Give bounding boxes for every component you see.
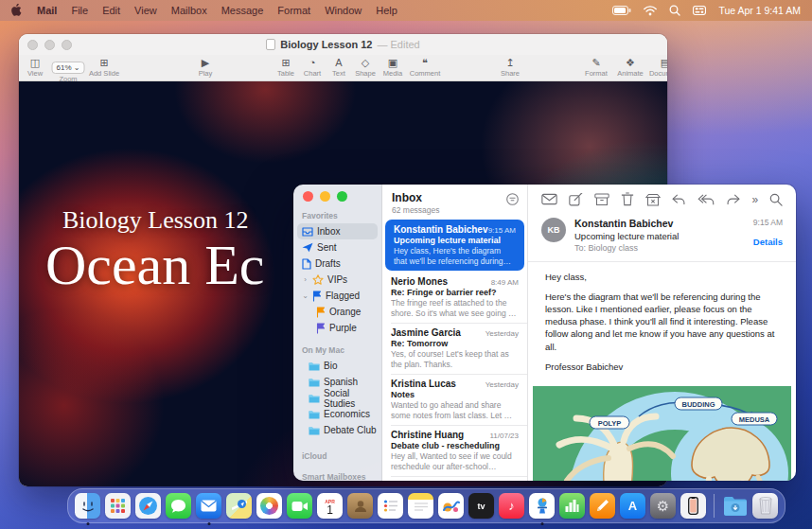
get-mail-button[interactable]	[541, 193, 557, 205]
chevron-down-icon[interactable]: ⌄	[302, 291, 309, 300]
battery-icon[interactable]	[612, 6, 631, 15]
body-signature: Professor Babichev	[545, 361, 779, 373]
smart-mailboxes-label[interactable]: Smart Mailboxes	[302, 472, 381, 481]
apple-icon[interactable]	[11, 4, 23, 17]
document-button[interactable]: ▤ Document	[649, 57, 667, 78]
text-button[interactable]: A Text	[332, 57, 345, 78]
sidebar-item-drafts[interactable]: Drafts	[293, 256, 381, 272]
chart-button[interactable]: ◔ Chart	[304, 57, 321, 78]
attachment-diagram[interactable]: POLYP BUDDING MEDUSA	[533, 386, 791, 481]
slide-subtitle: Biology Lesson 12	[62, 206, 248, 235]
close-button[interactable]	[303, 191, 313, 202]
media-button[interactable]: ▣ Media	[383, 57, 402, 78]
wifi-icon[interactable]	[644, 6, 657, 16]
icloud-label[interactable]: iCloud	[302, 451, 381, 461]
zoom-button[interactable]	[62, 40, 72, 50]
dock-icon-pages[interactable]	[590, 493, 615, 519]
table-button[interactable]: ⊞ Table	[277, 57, 294, 78]
menu-item-file[interactable]: File	[71, 5, 88, 16]
trash-button[interactable]	[621, 192, 634, 206]
dock-icon-system-settings[interactable]: ⚙	[650, 493, 676, 519]
menu-item-message[interactable]: Message	[221, 5, 264, 16]
message-row[interactable]: Nerio Mones8:49 AM Re: Fringe or barrier…	[382, 272, 527, 323]
dock-icon-safari[interactable]	[135, 493, 161, 519]
minimize-button[interactable]	[320, 191, 330, 202]
junk-button[interactable]	[645, 193, 661, 206]
view-button[interactable]: ◫ View	[27, 57, 43, 78]
orange-flag-icon	[316, 307, 326, 318]
dock-icon-numbers[interactable]	[559, 493, 585, 519]
search-button[interactable]	[769, 193, 783, 206]
add-slide-button[interactable]: ⊞ Add Slide	[89, 57, 119, 78]
details-link[interactable]: Details	[753, 237, 783, 247]
message-row[interactable]: Darla Davidson11/05/23 Tomorrow's class …	[382, 476, 527, 481]
menu-clock[interactable]: Tue Apr 1 9:41 AM	[718, 5, 801, 16]
archive-button[interactable]	[594, 193, 609, 206]
chevron-down-icon: ⌄	[74, 63, 80, 72]
sidebar-item-inbox[interactable]: Inbox	[297, 223, 378, 239]
animate-button[interactable]: ❖ Animate	[617, 57, 644, 78]
dock-icon-mail[interactable]	[196, 493, 221, 519]
sidebar-folder-bio[interactable]: Bio	[293, 358, 381, 374]
dock-icon-notes[interactable]	[408, 493, 433, 519]
menu-item-mailbox[interactable]: Mailbox	[171, 5, 207, 16]
message-row[interactable]: Konstantin Babichev9:15 AM Upcoming lect…	[385, 220, 524, 271]
control-center-icon[interactable]	[693, 6, 706, 15]
dock-icon-calendar[interactable]: APR 1	[317, 493, 343, 519]
shape-button[interactable]: ◇ Shape	[355, 57, 376, 78]
dock-icon-trash[interactable]	[752, 493, 778, 519]
dock-icon-music[interactable]: ♪	[499, 493, 524, 519]
message-row[interactable]: Jasmine GarciaYesterday Re: Tomorrow Yes…	[382, 323, 527, 374]
sidebar-item-vips[interactable]: › VIPs	[293, 272, 381, 288]
dock-icon-reminders[interactable]	[378, 493, 403, 519]
filter-icon[interactable]	[506, 193, 519, 205]
dock-icon-photos[interactable]	[256, 493, 282, 519]
dock-icon-iphone-mirroring[interactable]	[680, 493, 706, 519]
compose-button[interactable]	[569, 193, 584, 206]
dock-icon-freeform[interactable]	[438, 493, 464, 519]
forward-button[interactable]	[726, 193, 741, 206]
dock-icon-contacts[interactable]	[347, 493, 373, 519]
budding-label: BUDDING	[682, 399, 715, 408]
dock-icon-keynote[interactable]	[529, 493, 555, 519]
dock-icon-finder[interactable]	[75, 493, 100, 519]
menu-item-help[interactable]: Help	[376, 5, 397, 16]
folder-icon	[309, 394, 320, 403]
dock-icon-app-store[interactable]: A	[620, 493, 645, 519]
sidebar-folder-economics[interactable]: Economics	[293, 406, 381, 422]
zoom-control[interactable]: 61% ⌄ Zoom	[52, 57, 85, 83]
play-button[interactable]: ▶ Play	[199, 57, 213, 78]
sidebar-folder-social-studies[interactable]: Social Studies	[293, 390, 381, 406]
share-button[interactable]: ↥ Share	[501, 57, 520, 78]
dock-icon-maps[interactable]	[226, 493, 252, 519]
close-button[interactable]	[27, 40, 38, 50]
dock-icon-messages[interactable]	[166, 493, 191, 519]
sidebar-item-flag-orange[interactable]: Orange	[293, 304, 381, 320]
more-actions-button[interactable]: »	[752, 195, 759, 204]
dock-icon-launchpad[interactable]	[105, 493, 131, 519]
reply-all-button[interactable]	[697, 193, 715, 206]
search-icon[interactable]	[669, 5, 680, 16]
sidebar-item-sent[interactable]: Sent	[293, 239, 381, 256]
chevron-right-icon[interactable]: ›	[302, 275, 309, 284]
sidebar-item-flagged[interactable]: ⌄ Flagged	[293, 288, 381, 304]
sidebar-item-flag-purple[interactable]: Purple	[293, 320, 381, 336]
dock-icon-appletv[interactable]: tv	[468, 493, 494, 519]
minimize-button[interactable]	[44, 40, 55, 50]
menu-item-edit[interactable]: Edit	[102, 5, 120, 16]
document-icon	[266, 39, 275, 50]
dock-icon-downloads[interactable]	[722, 493, 748, 519]
sidebar-folder-debate-club[interactable]: Debate Club	[293, 422, 381, 438]
dock-icon-facetime[interactable]	[287, 493, 312, 519]
menu-item-window[interactable]: Window	[325, 5, 362, 16]
format-button[interactable]: ✎ Format	[585, 57, 608, 78]
menu-item-mail[interactable]: Mail	[37, 5, 57, 16]
zoom-button[interactable]	[337, 191, 347, 202]
message-row[interactable]: Christine Huang11/07/23 Debate club - re…	[382, 425, 527, 476]
menu-item-format[interactable]: Format	[277, 5, 310, 16]
message-row[interactable]: Kristina LucasYesterday Notes Wanted to …	[382, 374, 527, 425]
comment-button[interactable]: ❝ Comment	[410, 57, 441, 78]
menu-item-view[interactable]: View	[134, 5, 157, 16]
play-icon: ▶	[199, 57, 213, 68]
reply-button[interactable]	[671, 193, 686, 206]
